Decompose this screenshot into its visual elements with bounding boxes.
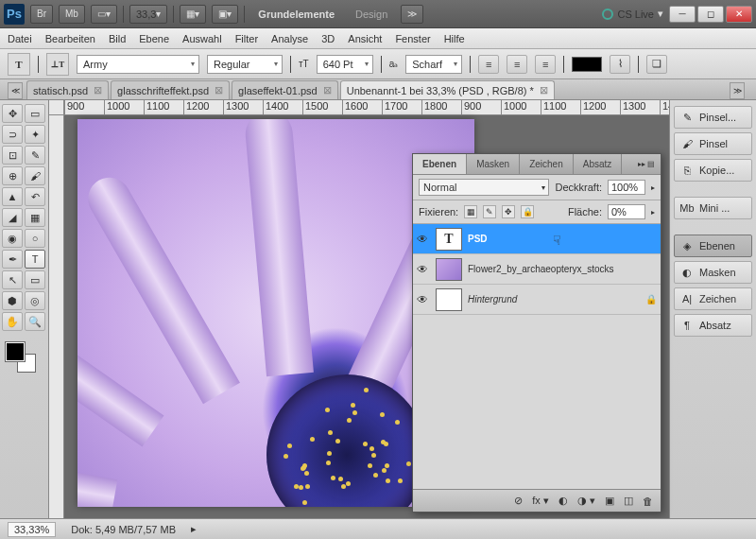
layer-mask-button[interactable]: ◐ [558, 495, 568, 507]
shape-tool[interactable]: ▭ [25, 270, 45, 289]
tab-scroll-left[interactable]: ≪ [8, 82, 23, 99]
menu-auswahl[interactable]: Auswahl [182, 33, 222, 44]
opacity-field[interactable]: 100% [608, 180, 645, 195]
document-tab[interactable]: Unbenannt-1 bei 33,3% (PSD , RGB/8) *⊠ [340, 80, 555, 99]
panel-tab-zeichen[interactable]: Zeichen [520, 154, 574, 174]
3d-tool[interactable]: ⬢ [2, 291, 23, 310]
zoom-dropdown[interactable]: 33,3 ▾ [129, 5, 167, 24]
move-tool[interactable]: ✥ [2, 104, 23, 123]
lock-pixels-button[interactable]: ✎ [483, 205, 496, 218]
tool-preset-icon[interactable]: T [8, 53, 30, 76]
dock-pinsel[interactable]: 🖌Pinsel [674, 132, 752, 155]
close-tab-icon[interactable]: ⊠ [94, 84, 102, 96]
marquee-tool[interactable]: ▭ [25, 104, 45, 123]
blur-tool[interactable]: ◉ [2, 229, 23, 248]
layer-row[interactable]: 👁Hintergrund🔒 [413, 285, 661, 315]
blend-mode-dropdown[interactable]: Normal [419, 179, 549, 196]
bridge-button[interactable]: Br [30, 5, 53, 24]
panel-tab-masken[interactable]: Masken [467, 154, 520, 174]
color-swatches[interactable] [2, 340, 46, 374]
font-style-dropdown[interactable]: Regular [207, 55, 283, 74]
panel-tab-absatz[interactable]: Absatz [574, 154, 623, 174]
menu-ansicht[interactable]: Ansicht [348, 33, 382, 44]
maximize-button[interactable]: ◻ [697, 6, 724, 23]
text-orientation-button[interactable]: ⊥T [46, 53, 69, 76]
gradient-tool[interactable]: ▦ [25, 208, 45, 227]
workspace-design[interactable]: Design [348, 9, 395, 20]
tab-scroll-right[interactable]: ≫ [730, 82, 745, 99]
view-extras-button[interactable]: ▭▾ [91, 5, 117, 24]
vertical-ruler[interactable] [49, 115, 64, 518]
close-button[interactable]: ✕ [726, 6, 752, 23]
zoom-tool[interactable]: 🔍 [25, 312, 45, 331]
visibility-icon[interactable]: 👁 [417, 263, 430, 276]
align-center-button[interactable]: ≡ [507, 55, 527, 74]
warp-text-button[interactable]: ⌇ [610, 55, 630, 74]
layer-row[interactable]: 👁Flower2_by_archaeopteryx_stocks [413, 254, 661, 285]
layer-name[interactable]: Hintergrund [468, 294, 640, 304]
fill-field[interactable]: 0% [608, 204, 645, 219]
close-tab-icon[interactable]: ⊠ [540, 84, 548, 96]
lasso-tool[interactable]: ⊃ [2, 125, 23, 144]
dock-pinsel[interactable]: ✎Pinsel... [674, 106, 752, 129]
close-tab-icon[interactable]: ⊠ [215, 84, 223, 96]
align-left-button[interactable]: ≡ [478, 55, 499, 74]
dock-zeichen[interactable]: A|Zeichen [674, 287, 752, 310]
character-panel-button[interactable]: ❏ [646, 55, 667, 74]
delete-layer-button[interactable]: 🗑 [643, 496, 653, 507]
layer-row[interactable]: 👁TPSD [413, 224, 661, 254]
cslive-button[interactable]: CS Live ▾ [602, 8, 663, 20]
dodge-tool[interactable]: ○ [25, 229, 45, 248]
panel-menu-icon[interactable]: ▸▸ ▤ [632, 154, 661, 174]
history-brush-tool[interactable]: ↶ [25, 187, 45, 206]
type-tool[interactable]: T [25, 250, 45, 269]
workspace-active[interactable]: Grundelemente [250, 9, 342, 20]
foreground-color[interactable] [6, 342, 25, 361]
hand-tool[interactable]: ✋ [2, 312, 23, 331]
text-color-swatch[interactable] [572, 57, 602, 72]
dock-kopie[interactable]: ⎘Kopie... [674, 159, 752, 182]
lock-position-button[interactable]: ✥ [502, 205, 515, 218]
link-layers-button[interactable]: ⊘ [514, 495, 523, 507]
layer-name[interactable]: PSD [468, 234, 657, 244]
font-size-dropdown[interactable]: 640 Pt [317, 55, 373, 74]
align-right-button[interactable]: ≡ [535, 55, 556, 74]
dock-absatz[interactable]: ¶Absatz [674, 314, 752, 337]
3d-camera-tool[interactable]: ◎ [25, 291, 45, 310]
workspace-more-button[interactable]: ≫ [401, 5, 423, 24]
new-layer-button[interactable]: ◫ [624, 495, 633, 507]
antialias-dropdown[interactable]: Scharf [405, 55, 462, 74]
layer-name[interactable]: Flower2_by_archaeopteryx_stocks [468, 264, 657, 274]
ruler-origin[interactable] [49, 100, 64, 115]
menu-ebene[interactable]: Ebene [139, 33, 169, 44]
visibility-icon[interactable]: 👁 [417, 233, 430, 246]
menu-hilfe[interactable]: Hilfe [444, 33, 465, 44]
menu-bearbeiten[interactable]: Bearbeiten [45, 33, 95, 44]
crop-tool[interactable]: ⊡ [2, 146, 23, 165]
menu-datei[interactable]: Datei [8, 33, 32, 44]
adjustment-layer-button[interactable]: ◑ ▾ [577, 495, 595, 507]
menu-analyse[interactable]: Analyse [271, 33, 308, 44]
zoom-field[interactable]: 33,33% [8, 522, 56, 537]
menu-fenster[interactable]: Fenster [395, 33, 430, 44]
document-tab[interactable]: statisch.psd⊠ [26, 80, 109, 99]
menu-bild[interactable]: Bild [109, 33, 126, 44]
eyedropper-tool[interactable]: ✎ [25, 146, 45, 165]
close-tab-icon[interactable]: ⊠ [323, 84, 332, 96]
layer-list[interactable]: 👁TPSD👁Flower2_by_archaeopteryx_stocks👁Hi… [413, 224, 661, 489]
dock-mini[interactable]: MbMini ... [674, 197, 752, 219]
dock-ebenen[interactable]: ◈Ebenen [674, 235, 752, 257]
fill-flyout[interactable]: ▸ [651, 208, 655, 217]
minibridge-button[interactable]: Mb [59, 5, 85, 24]
layer-style-button[interactable]: fx ▾ [532, 495, 549, 507]
font-family-dropdown[interactable]: Army [77, 55, 199, 74]
path-tool[interactable]: ↖ [2, 270, 23, 289]
panel-tab-ebenen[interactable]: Ebenen [413, 154, 467, 174]
wand-tool[interactable]: ✦ [25, 125, 45, 144]
menu-filter[interactable]: Filter [235, 33, 258, 44]
eraser-tool[interactable]: ◢ [2, 208, 23, 227]
lock-transparency-button[interactable]: ▦ [464, 205, 477, 218]
minimize-button[interactable]: ─ [669, 6, 696, 23]
brush-tool[interactable]: 🖌 [25, 166, 45, 185]
stamp-tool[interactable]: ▲ [2, 187, 23, 206]
